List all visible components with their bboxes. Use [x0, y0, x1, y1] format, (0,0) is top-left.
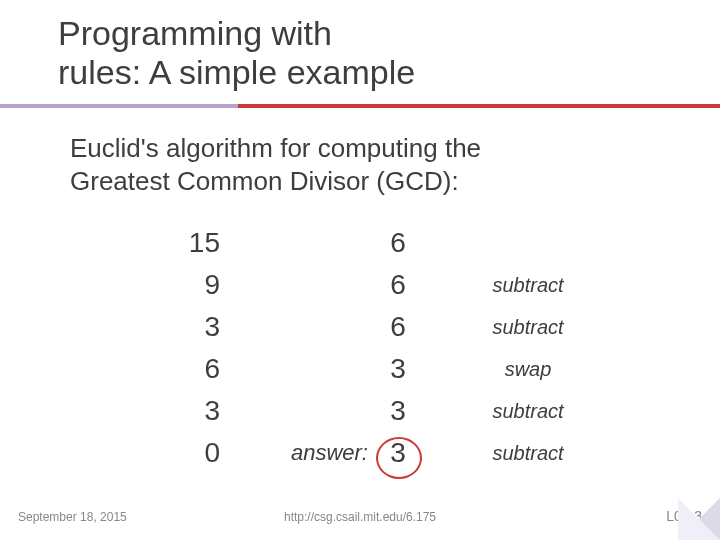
subtitle-line-2: Greatest Common Divisor (GCD):: [70, 166, 459, 196]
table-row: 9 6 subtract: [160, 264, 618, 306]
slide-title: Programming with rules: A simple example: [58, 14, 415, 92]
page-curl-icon: [678, 498, 720, 540]
value-a: 0: [160, 437, 228, 469]
value-b: 3: [368, 395, 428, 427]
value-a: 15: [160, 227, 228, 259]
operation-label: subtract: [428, 442, 618, 465]
operation-label: subtract: [428, 274, 618, 297]
table-row: 15 6: [160, 222, 618, 264]
table-row: 3 3 subtract: [160, 390, 618, 432]
algorithm-trace: 15 6 9 6 subtract 3 6 subtract 6 3 swap …: [160, 222, 618, 474]
operation-label: subtract: [428, 316, 618, 339]
answer-label: answer:: [228, 440, 368, 466]
value-b: 3: [368, 353, 428, 385]
value-b: 6: [368, 227, 428, 259]
table-row: 0 answer: 3 subtract: [160, 432, 618, 474]
title-underline: [0, 104, 720, 108]
value-a: 3: [160, 395, 228, 427]
operation-label: subtract: [428, 400, 618, 423]
title-line-2: rules: A simple example: [58, 53, 415, 91]
table-row: 6 3 swap: [160, 348, 618, 390]
value-a: 6: [160, 353, 228, 385]
value-b: 6: [368, 269, 428, 301]
answer-value: 3: [390, 437, 406, 468]
value-b-answer: 3: [368, 437, 428, 469]
table-row: 3 6 subtract: [160, 306, 618, 348]
value-b: 6: [368, 311, 428, 343]
slide-subtitle: Euclid's algorithm for computing the Gre…: [70, 132, 481, 197]
value-a: 3: [160, 311, 228, 343]
subtitle-line-1: Euclid's algorithm for computing the: [70, 133, 481, 163]
operation-label: swap: [428, 358, 618, 381]
footer-url: http://csg.csail.mit.edu/6.175: [0, 510, 720, 524]
title-line-1: Programming with: [58, 14, 332, 52]
value-a: 9: [160, 269, 228, 301]
